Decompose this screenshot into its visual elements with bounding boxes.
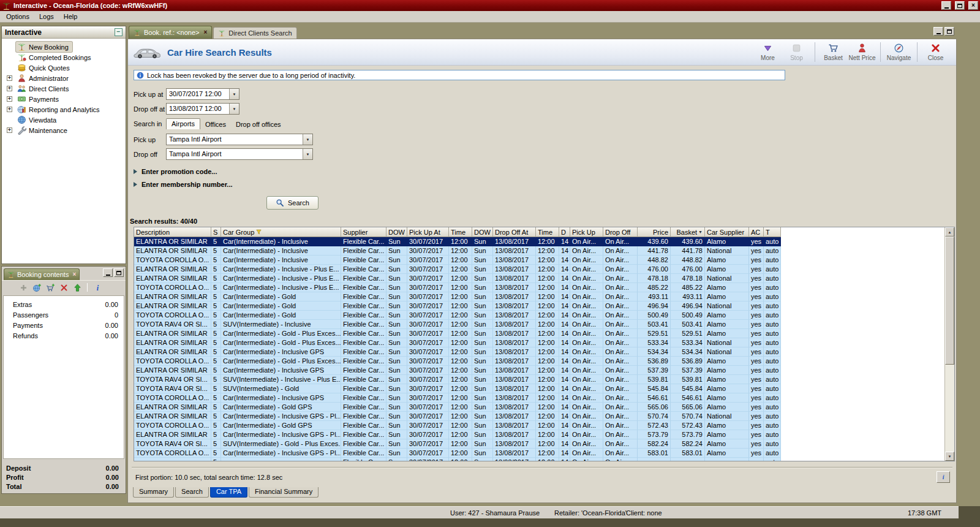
- result-row[interactable]: ELANTRA OR SIMILAR5Car(Intermediate) - I…: [134, 237, 781, 246]
- window-maximize-button[interactable]: [955, 1, 965, 10]
- result-row[interactable]: ELANTRA OR SIMILAR5Car(Intermediate) - G…: [134, 301, 781, 311]
- sidebar-item-payments[interactable]: +Payments: [2, 94, 126, 104]
- more-button[interactable]: More: [753, 40, 782, 64]
- add-button[interactable]: [18, 282, 29, 293]
- expand-plus-icon[interactable]: +: [7, 96, 12, 102]
- panel-collapse-button[interactable]: −: [115, 28, 123, 36]
- sidebar-item-reporting-and-analytics[interactable]: +Reporting and Analytics: [2, 104, 126, 115]
- result-row[interactable]: TOYOTA COROLLA O...5Car(Intermediate) - …: [134, 393, 781, 403]
- result-row[interactable]: ELANTRA OR SIMILAR5Car(Intermediate) - G…: [134, 292, 781, 301]
- dropdown-arrow-icon[interactable]: ▼: [229, 104, 239, 114]
- delete-button[interactable]: [58, 282, 69, 293]
- sidebar-item-new-booking[interactable]: New Booking: [2, 42, 126, 52]
- booking-panel-restore-button[interactable]: [114, 268, 124, 277]
- column-header-ac[interactable]: AC: [749, 227, 764, 237]
- result-row[interactable]: 5Flexible Car...Sun30/07/201712:00Sun13/…: [134, 458, 781, 461]
- result-row[interactable]: ELANTRA OR SIMILAR5Car(Intermediate) - I…: [134, 412, 781, 421]
- pick-up-location-select[interactable]: Tampa Intl Airport ▼: [166, 134, 313, 145]
- column-header-car-group[interactable]: Car Group: [221, 227, 341, 237]
- result-row[interactable]: ELANTRA OR SIMILAR5Car(Intermediate) - I…: [134, 430, 781, 439]
- column-header-dow[interactable]: DOW: [472, 227, 493, 237]
- result-row[interactable]: TOYOTA COROLLA O...5Car(Intermediate) - …: [134, 283, 781, 292]
- dropdown-arrow-icon[interactable]: ▼: [303, 149, 312, 159]
- result-row[interactable]: ELANTRA OR SIMILAR5Car(Intermediate) - G…: [134, 338, 781, 347]
- column-header-drop-off-at[interactable]: Drop Off At: [493, 227, 536, 237]
- globe-add-button[interactable]: [31, 282, 42, 293]
- result-row[interactable]: TOYOTA RAV4 OR SI...5SUV(Intermediate) -…: [134, 320, 781, 329]
- scroll-down-icon[interactable]: ▼: [945, 452, 954, 461]
- navigate-button[interactable]: Navigate: [884, 40, 913, 64]
- basket-add-button[interactable]: [45, 282, 56, 293]
- bottom-tab-search[interactable]: Search: [175, 487, 209, 498]
- drop-off-location-select[interactable]: Tampa Intl Airport ▼: [166, 148, 313, 160]
- column-header-s[interactable]: S: [211, 227, 221, 237]
- result-row[interactable]: ELANTRA OR SIMILAR5Car(Intermediate) - I…: [134, 274, 781, 283]
- dropdown-arrow-icon[interactable]: ▼: [229, 89, 239, 99]
- sidebar-item-quick-quotes[interactable]: Quick Quotes: [2, 63, 126, 73]
- nett-price-button[interactable]: Nett Price: [848, 40, 876, 64]
- info-button[interactable]: i: [92, 282, 103, 293]
- tab-direct-clients-search[interactable]: Direct Clients Search: [213, 27, 296, 39]
- sidebar-item-administrator[interactable]: +Administrator: [2, 73, 126, 83]
- booking-contents-tab[interactable]: Booking contents ×: [4, 268, 80, 280]
- window-minimize-button[interactable]: [941, 1, 951, 10]
- result-row[interactable]: TOYOTA COROLLA O...5Car(Intermediate) - …: [134, 256, 781, 265]
- close-button[interactable]: Close: [921, 40, 950, 64]
- booking-item-payments[interactable]: Payments0.00: [4, 320, 124, 330]
- promotion-code-expander[interactable]: Enter promotion code...: [134, 165, 956, 178]
- column-header-supplier[interactable]: Supplier: [341, 227, 386, 237]
- column-header-car-supplier[interactable]: Car Supplier: [705, 227, 749, 237]
- search-in-tab-drop-off-offices[interactable]: Drop off offices: [231, 119, 286, 129]
- expand-plus-icon[interactable]: +: [7, 75, 12, 81]
- result-row[interactable]: TOYOTA COROLLA O...5Car(Intermediate) - …: [134, 311, 781, 320]
- result-row[interactable]: TOYOTA COROLLA O...5Car(Intermediate) - …: [134, 421, 781, 430]
- pick-up-at-select[interactable]: 30/07/2017 12:00 ▼: [166, 88, 239, 100]
- dropdown-arrow-icon[interactable]: ▼: [303, 134, 312, 145]
- booking-item-refunds[interactable]: Refunds0.00: [4, 330, 124, 341]
- column-header-time[interactable]: Time: [449, 227, 472, 237]
- booking-panel-minimize-button[interactable]: [103, 268, 113, 277]
- result-row[interactable]: ELANTRA OR SIMILAR5Car(Intermediate) - I…: [134, 347, 781, 357]
- window-close-button[interactable]: ×: [968, 1, 978, 10]
- sidebar-item-completed-bookings[interactable]: Completed Bookings: [2, 52, 126, 63]
- column-header-pick-up[interactable]: Pick Up: [570, 227, 603, 237]
- export-up-button[interactable]: [72, 282, 83, 293]
- menu-item-help[interactable]: Help: [59, 12, 83, 21]
- expand-plus-icon[interactable]: +: [7, 127, 12, 133]
- result-row[interactable]: TOYOTA COROLLA O...5Car(Intermediate) - …: [134, 449, 781, 458]
- result-row[interactable]: TOYOTA RAV4 OR SI...5SUV(Intermediate) -…: [134, 439, 781, 449]
- result-row[interactable]: ELANTRA OR SIMILAR5Car(Intermediate) - I…: [134, 366, 781, 375]
- column-header-time[interactable]: Time: [536, 227, 559, 237]
- column-header-t[interactable]: T: [764, 227, 781, 237]
- result-row[interactable]: ELANTRA OR SIMILAR5Car(Intermediate) - G…: [134, 403, 781, 412]
- basket-button[interactable]: Basket: [819, 40, 848, 64]
- column-header-drop-off[interactable]: Drop Off: [603, 227, 638, 237]
- sidebar-item-maintenance[interactable]: +Maintenance: [2, 125, 126, 135]
- drop-off-at-select[interactable]: 13/08/2017 12:00 ▼: [166, 103, 239, 115]
- column-header-description[interactable]: Description: [134, 227, 211, 237]
- column-header-price[interactable]: Price: [638, 227, 671, 237]
- bottom-tab-financial-summary[interactable]: Financial Summary: [249, 487, 318, 498]
- expand-plus-icon[interactable]: +: [7, 107, 12, 112]
- sidebar-item-viewdata[interactable]: Viewdata: [2, 115, 126, 125]
- tab-book-ref-none[interactable]: Book. ref.: <none>×: [129, 26, 212, 39]
- search-in-tab-offices[interactable]: Offices: [200, 119, 231, 129]
- search-in-tab-airports[interactable]: Airports: [166, 118, 200, 129]
- search-button[interactable]: Search: [266, 196, 318, 210]
- booking-item-extras[interactable]: Extras0.00: [4, 299, 124, 309]
- scrollbar-thumb[interactable]: [945, 237, 954, 365]
- info-button[interactable]: i: [937, 471, 950, 483]
- document-minimize-button[interactable]: [933, 27, 943, 36]
- bottom-tab-summary[interactable]: Summary: [133, 487, 174, 498]
- result-row[interactable]: ELANTRA OR SIMILAR5Car(Intermediate) - G…: [134, 329, 781, 338]
- booking-tab-close-icon[interactable]: ×: [72, 271, 76, 278]
- vertical-scrollbar[interactable]: ▲ ▼: [944, 227, 954, 461]
- column-header-pick-up-at[interactable]: Pick Up At: [407, 227, 449, 237]
- result-row[interactable]: TOYOTA COROLLA O...5Car(Intermediate) - …: [134, 357, 781, 366]
- result-row[interactable]: ELANTRA OR SIMILAR5Car(Intermediate) - I…: [134, 246, 781, 256]
- scroll-up-icon[interactable]: ▲: [945, 227, 954, 237]
- column-header-d[interactable]: D: [559, 227, 570, 237]
- stop-button[interactable]: Stop: [782, 40, 811, 64]
- menu-item-options[interactable]: Options: [1, 12, 34, 21]
- result-row[interactable]: ELANTRA OR SIMILAR5Car(Intermediate) - I…: [134, 265, 781, 274]
